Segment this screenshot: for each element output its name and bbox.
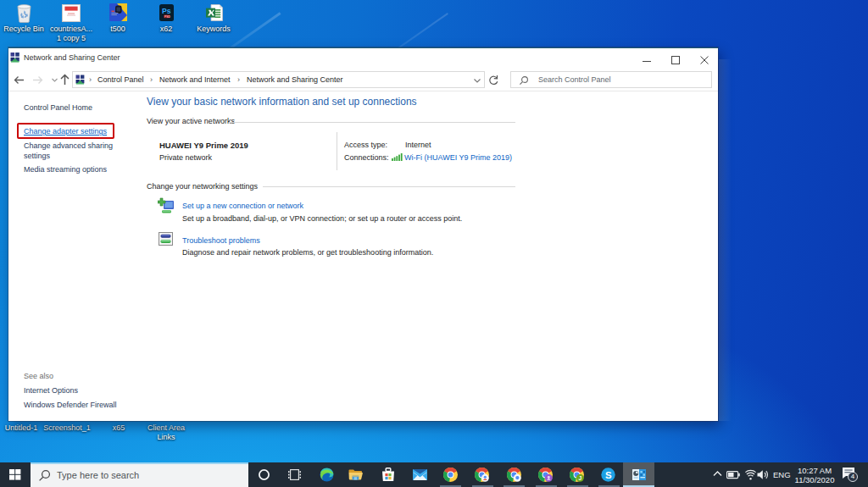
svg-text:S: S xyxy=(605,470,612,480)
svg-text:Ps: Ps xyxy=(162,7,171,15)
svg-text:J: J xyxy=(578,475,581,481)
svg-text:PSD: PSD xyxy=(164,15,171,19)
